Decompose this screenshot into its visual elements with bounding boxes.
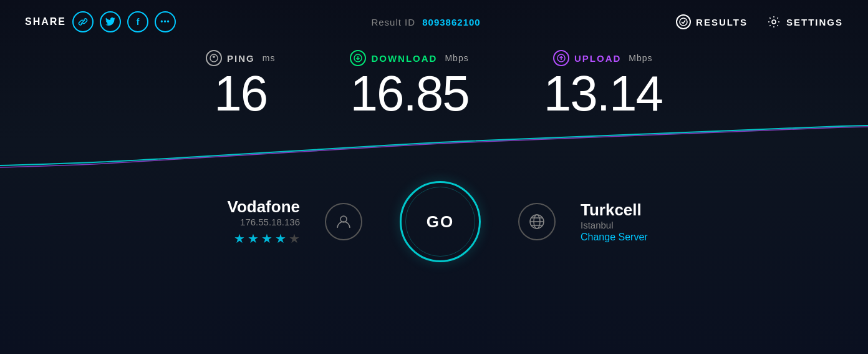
ping-value: 16: [214, 69, 267, 119]
download-value: 16.85: [350, 69, 468, 119]
globe-icon-button[interactable]: [518, 203, 556, 240]
results-icon: [676, 14, 691, 29]
server-name: Turkcell: [581, 200, 642, 220]
app-container: SHARE f ••• Result ID 8093862100: [0, 0, 868, 354]
metrics-section: PING ms 16 DOWNLOAD Mbps 16.85: [0, 44, 868, 119]
ping-icon: [206, 50, 222, 66]
server-location: Istanbul: [581, 220, 614, 230]
results-button[interactable]: RESULTS: [676, 14, 748, 29]
facebook-share-button[interactable]: f: [127, 11, 148, 32]
download-label: DOWNLOAD: [371, 53, 437, 64]
svg-point-1: [772, 20, 776, 24]
speed-chart: [0, 112, 868, 175]
user-profile-button[interactable]: [325, 203, 362, 240]
result-id-label: Result ID: [371, 17, 415, 27]
upload-header: UPLOAD Mbps: [553, 50, 653, 66]
isp-stars: ★ ★ ★ ★ ★: [234, 231, 300, 246]
star-4: ★: [275, 231, 286, 246]
ping-label: PING: [227, 53, 255, 64]
upload-icon: [553, 50, 569, 66]
isp-name: Vodafone: [227, 197, 300, 217]
share-section: SHARE f •••: [25, 11, 176, 32]
go-label: GO: [427, 212, 454, 232]
ping-metric: PING ms 16: [206, 50, 275, 119]
upload-label: UPLOAD: [574, 53, 621, 64]
link-share-button[interactable]: [72, 11, 94, 32]
upload-value: 13.14: [544, 69, 662, 119]
result-id-value: 8093862100: [422, 17, 480, 27]
facebook-icon: f: [137, 17, 140, 27]
download-header: DOWNLOAD Mbps: [350, 50, 468, 66]
change-server-button[interactable]: Change Server: [581, 232, 648, 243]
upload-metric: UPLOAD Mbps 13.14: [544, 50, 662, 119]
more-share-button[interactable]: •••: [155, 11, 176, 32]
star-2: ★: [248, 231, 259, 246]
download-metric: DOWNLOAD Mbps 16.85: [350, 50, 468, 119]
chart-area: [0, 112, 868, 175]
download-icon: [350, 50, 366, 66]
share-label: SHARE: [25, 16, 66, 27]
isp-section: Vodafone 176.55.18.136 ★ ★ ★ ★ ★: [175, 197, 300, 246]
download-unit: Mbps: [445, 53, 468, 63]
settings-button[interactable]: SETTINGS: [766, 14, 843, 29]
settings-icon: [766, 14, 781, 29]
star-3: ★: [261, 231, 272, 246]
nav-section: RESULTS SETTINGS: [676, 14, 843, 29]
bottom-section: Vodafone 176.55.18.136 ★ ★ ★ ★ ★ GO: [0, 175, 868, 268]
upload-unit: Mbps: [629, 53, 652, 63]
server-section: Turkcell Istanbul Change Server: [581, 200, 693, 243]
settings-label: SETTINGS: [786, 17, 843, 27]
more-icon: •••: [160, 17, 170, 26]
ping-unit: ms: [263, 53, 276, 63]
header: SHARE f ••• Result ID 8093862100: [0, 0, 868, 44]
result-id-section: Result ID 8093862100: [371, 17, 480, 27]
results-label: RESULTS: [696, 17, 748, 27]
star-5: ★: [289, 231, 300, 246]
svg-point-0: [680, 18, 687, 26]
ping-header: PING ms: [206, 50, 275, 66]
star-1: ★: [234, 231, 245, 246]
twitter-share-button[interactable]: [100, 11, 121, 32]
go-button[interactable]: GO: [400, 181, 481, 262]
isp-ip: 176.55.18.136: [240, 217, 300, 227]
